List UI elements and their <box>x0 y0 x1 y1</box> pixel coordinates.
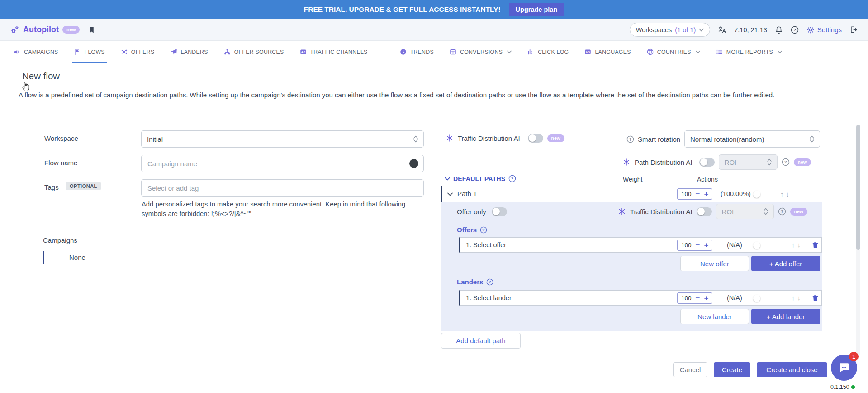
question-icon[interactable] <box>480 226 487 234</box>
scrollbar-thumb[interactable] <box>856 125 860 250</box>
nav-item-traffic-channels[interactable]: TRAFFIC CHANNELS <box>300 41 368 63</box>
tags-field-wrap <box>141 179 424 196</box>
question-icon[interactable] <box>782 158 790 166</box>
nav-item-trends[interactable]: TRENDS <box>400 41 434 63</box>
nav-divider <box>384 47 384 57</box>
traffic-distribution-ai-toggle[interactable] <box>528 134 543 143</box>
version-number: 0.1.150 <box>830 384 849 390</box>
nav-item-landers[interactable]: LANDERS <box>171 41 208 63</box>
brand-logo[interactable]: Autopilot new <box>10 25 80 34</box>
offer-weight-value[interactable]: 100 <box>681 242 692 249</box>
path-traffic-distribution-ai-toggle[interactable] <box>697 207 712 216</box>
workspace-select-value: Initial <box>147 135 163 143</box>
add-default-path-button[interactable]: Add default path <box>441 333 521 349</box>
content-top-divider <box>5 117 855 117</box>
arrow-down-icon[interactable]: ↓ <box>786 190 790 198</box>
brand-new-badge: new <box>62 26 80 34</box>
flow-name-label: Flow name <box>44 159 77 167</box>
path-roi-select[interactable]: ROI <box>719 154 778 170</box>
trash-icon[interactable] <box>811 241 819 249</box>
tags-help-text: Add personalized tags to make your searc… <box>142 200 431 219</box>
nav-label: CONVERSIONS <box>460 49 503 55</box>
workspace-select[interactable]: Initial <box>141 130 424 148</box>
path-traffic-roi-select[interactable]: ROI <box>716 204 774 219</box>
version-label: 0.1.150 <box>830 384 855 390</box>
settings-button[interactable]: Settings <box>806 26 842 34</box>
logout-icon[interactable] <box>849 25 858 34</box>
minus-icon[interactable]: − <box>696 241 700 249</box>
trash-icon[interactable] <box>811 294 819 302</box>
smart-rotation-select[interactable]: Normal rotation(random) <box>684 130 820 148</box>
question-icon[interactable] <box>778 207 786 216</box>
chevron-down-icon[interactable] <box>445 177 450 181</box>
workspaces-selector[interactable]: Workspaces (1 of 1) <box>630 23 710 37</box>
arrow-up-icon[interactable]: ↑ <box>780 190 784 198</box>
nav-item-countries[interactable]: COUNTRIES <box>647 41 700 63</box>
nav-label: TRENDS <box>410 49 434 55</box>
minus-icon[interactable]: − <box>696 294 700 302</box>
flow-name-input[interactable] <box>141 155 424 172</box>
offer-only-toggle[interactable] <box>492 207 507 216</box>
page-description: A flow is a predefined set of campaign d… <box>19 90 846 100</box>
add-lander-button[interactable]: + Add lander <box>751 309 820 324</box>
upgrade-plan-button[interactable]: Upgrade plan <box>509 3 564 16</box>
path-weight-value[interactable]: 100 <box>681 191 692 197</box>
arrow-up-icon[interactable]: ↑ <box>792 241 795 249</box>
plus-icon[interactable]: + <box>704 241 708 249</box>
flow-name-color-dot[interactable] <box>409 159 418 168</box>
create-and-close-button[interactable]: Create and close <box>757 362 827 377</box>
lander-select-trigger[interactable]: 1. Select lander <box>466 294 512 302</box>
bell-icon[interactable] <box>775 26 783 34</box>
path-reorder-arrows: ↑ ↓ <box>780 190 789 198</box>
minus-icon[interactable]: − <box>696 190 700 198</box>
lander-share: (N/A) <box>727 294 742 302</box>
question-icon[interactable] <box>508 175 516 182</box>
chevron-down-icon <box>778 50 782 53</box>
path-roi-value: ROI <box>725 158 737 166</box>
translate-icon[interactable] <box>718 25 726 34</box>
path-weight-percent: (100.00%) <box>721 190 751 197</box>
nav-item-click-log[interactable]: CLICK LOG <box>527 41 569 63</box>
header-actions: Workspaces (1 of 1) 7.10, 21:13 Settings <box>630 23 858 37</box>
cancel-button[interactable]: Cancel <box>673 362 707 377</box>
countries-icon <box>647 48 654 55</box>
nav-label: OFFERS <box>131 49 155 55</box>
lander-weight-value[interactable]: 100 <box>681 295 692 302</box>
new-lander-button[interactable]: New lander <box>680 309 749 324</box>
question-icon[interactable] <box>626 135 634 143</box>
arrow-down-icon[interactable]: ↓ <box>797 294 801 302</box>
question-icon[interactable] <box>486 278 493 286</box>
nav-item-offer-sources[interactable]: OFFER SOURCES <box>224 41 284 63</box>
new-offer-button[interactable]: New offer <box>680 256 749 271</box>
help-icon[interactable] <box>791 26 799 34</box>
arrow-down-icon[interactable]: ↓ <box>797 241 801 249</box>
click-log-icon <box>527 48 534 55</box>
create-button[interactable]: Create <box>714 362 750 377</box>
tags-input[interactable] <box>141 179 424 196</box>
nav-label: CLICK LOG <box>538 49 569 55</box>
nav-item-flows[interactable]: FLOWS <box>74 41 105 63</box>
nav-item-languages[interactable]: LANGUAGES <box>584 41 631 63</box>
offer-select-trigger[interactable]: 1. Select offer <box>466 241 506 249</box>
path-traffic-distribution-ai-label: Traffic Distribution AI <box>630 208 693 216</box>
add-offer-button[interactable]: + Add offer <box>751 256 820 271</box>
chevron-down-icon[interactable] <box>447 192 453 196</box>
arrow-up-icon[interactable]: ↑ <box>792 294 795 302</box>
path-distribution-ai-row: Path Distribution AI ROI new <box>622 154 811 170</box>
tags-optional-badge: OPTIONAL <box>66 182 101 190</box>
nav-item-more-reports[interactable]: MORE REPORTS <box>716 41 782 63</box>
plus-icon[interactable]: + <box>704 190 708 198</box>
plus-icon[interactable]: + <box>704 294 708 302</box>
landers-heading-label: Landers <box>457 278 483 286</box>
nav-item-campaigns[interactable]: CAMPAIGNS <box>14 41 58 63</box>
path-distribution-ai-label: Path Distribution AI <box>635 158 693 166</box>
trial-banner: FREE TRIAL. UPGRADE & GET FULL ACCESS IN… <box>0 0 868 19</box>
page-title: New flow <box>22 71 60 81</box>
bookmark-icon[interactable] <box>88 25 95 34</box>
nav-item-offers[interactable]: OFFERS <box>121 41 155 63</box>
offers-heading-label: Offers <box>457 226 477 234</box>
nav-item-conversions[interactable]: CONVERSIONS <box>450 41 512 63</box>
nav-label: LANDERS <box>181 49 208 55</box>
workspaces-chevron-icon <box>699 28 704 32</box>
path-distribution-ai-toggle[interactable] <box>699 158 715 167</box>
